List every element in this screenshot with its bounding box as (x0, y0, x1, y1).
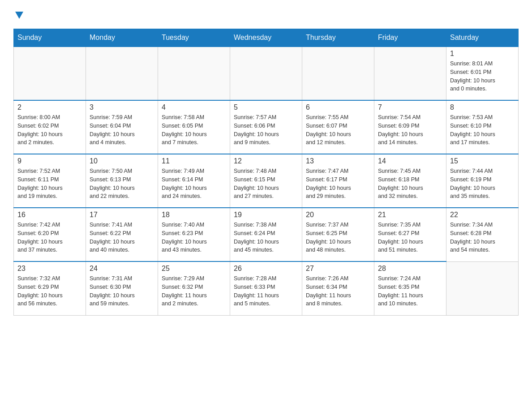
calendar-cell: 20Sunrise: 7:37 AMSunset: 6:25 PMDayligh… (302, 208, 374, 261)
calendar-cell: 12Sunrise: 7:48 AMSunset: 6:15 PMDayligh… (230, 154, 302, 208)
page-header (13, 9, 519, 20)
calendar-cell: 16Sunrise: 7:42 AMSunset: 6:20 PMDayligh… (14, 208, 86, 261)
weekday-header-thursday: Thursday (302, 29, 374, 47)
calendar-week-row: 2Sunrise: 8:00 AMSunset: 6:02 PMDaylight… (14, 100, 519, 154)
calendar-cell: 10Sunrise: 7:50 AMSunset: 6:13 PMDayligh… (86, 154, 158, 208)
weekday-header-friday: Friday (374, 29, 446, 47)
day-info: Sunrise: 7:32 AMSunset: 6:29 PMDaylight:… (17, 274, 82, 308)
day-info: Sunrise: 7:35 AMSunset: 6:27 PMDaylight:… (378, 221, 442, 254)
day-number: 8 (450, 103, 515, 111)
day-number: 10 (90, 157, 154, 165)
day-number: 23 (17, 265, 82, 273)
day-info: Sunrise: 7:50 AMSunset: 6:13 PMDaylight:… (90, 167, 154, 201)
day-info: Sunrise: 7:28 AMSunset: 6:33 PMDaylight:… (234, 274, 298, 308)
day-number: 21 (378, 211, 442, 219)
calendar-cell: 15Sunrise: 7:44 AMSunset: 6:19 PMDayligh… (446, 154, 519, 208)
calendar-cell: 23Sunrise: 7:32 AMSunset: 6:29 PMDayligh… (14, 261, 86, 315)
day-number: 19 (234, 211, 298, 219)
day-info: Sunrise: 7:34 AMSunset: 6:28 PMDaylight:… (450, 221, 515, 254)
day-info: Sunrise: 7:49 AMSunset: 6:14 PMDaylight:… (162, 167, 226, 201)
day-info: Sunrise: 7:54 AMSunset: 6:09 PMDaylight:… (378, 113, 442, 147)
calendar-cell (86, 47, 158, 100)
day-info: Sunrise: 8:01 AMSunset: 6:01 PMDaylight:… (450, 60, 515, 93)
calendar-week-row: 9Sunrise: 7:52 AMSunset: 6:11 PMDaylight… (14, 154, 519, 208)
calendar-cell: 8Sunrise: 7:53 AMSunset: 6:10 PMDaylight… (446, 100, 519, 154)
weekday-header-saturday: Saturday (446, 29, 519, 47)
calendar-cell (446, 261, 519, 315)
calendar-cell (14, 47, 86, 100)
day-info: Sunrise: 7:26 AMSunset: 6:34 PMDaylight:… (306, 274, 370, 308)
calendar-cell: 6Sunrise: 7:55 AMSunset: 6:07 PMDaylight… (302, 100, 374, 154)
day-number: 6 (306, 103, 370, 111)
calendar-cell (374, 47, 446, 100)
day-info: Sunrise: 7:37 AMSunset: 6:25 PMDaylight:… (306, 221, 370, 254)
day-number: 14 (378, 157, 442, 165)
calendar-cell: 5Sunrise: 7:57 AMSunset: 6:06 PMDaylight… (230, 100, 302, 154)
day-number: 3 (90, 103, 154, 111)
day-info: Sunrise: 8:00 AMSunset: 6:02 PMDaylight:… (17, 113, 82, 147)
day-number: 11 (162, 157, 226, 165)
day-info: Sunrise: 7:31 AMSunset: 6:30 PMDaylight:… (90, 274, 154, 308)
calendar-cell: 2Sunrise: 8:00 AMSunset: 6:02 PMDaylight… (14, 100, 86, 154)
calendar-cell: 13Sunrise: 7:47 AMSunset: 6:17 PMDayligh… (302, 154, 374, 208)
day-info: Sunrise: 7:29 AMSunset: 6:32 PMDaylight:… (162, 274, 226, 308)
day-number: 15 (450, 157, 515, 165)
day-info: Sunrise: 7:45 AMSunset: 6:18 PMDaylight:… (378, 167, 442, 201)
day-info: Sunrise: 7:57 AMSunset: 6:06 PMDaylight:… (234, 113, 298, 147)
day-number: 18 (162, 211, 226, 219)
logo (13, 9, 24, 20)
logo-triangle-icon (14, 11, 24, 20)
day-info: Sunrise: 7:48 AMSunset: 6:15 PMDaylight:… (234, 167, 298, 201)
day-number: 9 (17, 157, 82, 165)
day-number: 7 (378, 103, 442, 111)
day-info: Sunrise: 7:24 AMSunset: 6:35 PMDaylight:… (378, 274, 442, 308)
day-number: 20 (306, 211, 370, 219)
day-number: 2 (17, 103, 82, 111)
calendar-cell: 14Sunrise: 7:45 AMSunset: 6:18 PMDayligh… (374, 154, 446, 208)
day-number: 16 (17, 211, 82, 219)
day-number: 4 (162, 103, 226, 111)
day-number: 12 (234, 157, 298, 165)
day-info: Sunrise: 7:44 AMSunset: 6:19 PMDaylight:… (450, 167, 515, 201)
calendar-cell (230, 47, 302, 100)
calendar-cell: 17Sunrise: 7:41 AMSunset: 6:22 PMDayligh… (86, 208, 158, 261)
day-info: Sunrise: 7:38 AMSunset: 6:24 PMDaylight:… (234, 221, 298, 254)
day-number: 26 (234, 265, 298, 273)
weekday-header-sunday: Sunday (14, 29, 86, 47)
day-number: 17 (90, 211, 154, 219)
day-info: Sunrise: 7:59 AMSunset: 6:04 PMDaylight:… (90, 113, 154, 147)
weekday-header-wednesday: Wednesday (230, 29, 302, 47)
weekday-header-tuesday: Tuesday (158, 29, 230, 47)
day-info: Sunrise: 7:42 AMSunset: 6:20 PMDaylight:… (17, 221, 82, 254)
calendar-week-row: 16Sunrise: 7:42 AMSunset: 6:20 PMDayligh… (14, 208, 519, 261)
calendar-week-row: 23Sunrise: 7:32 AMSunset: 6:29 PMDayligh… (14, 261, 519, 315)
calendar-cell: 19Sunrise: 7:38 AMSunset: 6:24 PMDayligh… (230, 208, 302, 261)
day-number: 25 (162, 265, 226, 273)
calendar-cell: 24Sunrise: 7:31 AMSunset: 6:30 PMDayligh… (86, 261, 158, 315)
calendar-cell: 1Sunrise: 8:01 AMSunset: 6:01 PMDaylight… (446, 47, 519, 100)
day-number: 24 (90, 265, 154, 273)
calendar-cell: 26Sunrise: 7:28 AMSunset: 6:33 PMDayligh… (230, 261, 302, 315)
weekday-header-monday: Monday (86, 29, 158, 47)
calendar-cell (158, 47, 230, 100)
calendar-cell: 9Sunrise: 7:52 AMSunset: 6:11 PMDaylight… (14, 154, 86, 208)
calendar-cell: 7Sunrise: 7:54 AMSunset: 6:09 PMDaylight… (374, 100, 446, 154)
weekday-header-row: SundayMondayTuesdayWednesdayThursdayFrid… (14, 29, 519, 47)
day-number: 28 (378, 265, 442, 273)
calendar-cell: 11Sunrise: 7:49 AMSunset: 6:14 PMDayligh… (158, 154, 230, 208)
day-number: 27 (306, 265, 370, 273)
day-info: Sunrise: 7:58 AMSunset: 6:05 PMDaylight:… (162, 113, 226, 147)
calendar-cell: 25Sunrise: 7:29 AMSunset: 6:32 PMDayligh… (158, 261, 230, 315)
calendar-cell: 27Sunrise: 7:26 AMSunset: 6:34 PMDayligh… (302, 261, 374, 315)
day-info: Sunrise: 7:47 AMSunset: 6:17 PMDaylight:… (306, 167, 370, 201)
day-info: Sunrise: 7:40 AMSunset: 6:23 PMDaylight:… (162, 221, 226, 254)
calendar-cell: 21Sunrise: 7:35 AMSunset: 6:27 PMDayligh… (374, 208, 446, 261)
calendar-cell: 28Sunrise: 7:24 AMSunset: 6:35 PMDayligh… (374, 261, 446, 315)
calendar-cell: 22Sunrise: 7:34 AMSunset: 6:28 PMDayligh… (446, 208, 519, 261)
calendar-table: SundayMondayTuesdayWednesdayThursdayFrid… (13, 29, 519, 316)
svg-marker-0 (15, 12, 23, 19)
day-info: Sunrise: 7:55 AMSunset: 6:07 PMDaylight:… (306, 113, 370, 147)
day-info: Sunrise: 7:41 AMSunset: 6:22 PMDaylight:… (90, 221, 154, 254)
day-number: 1 (450, 50, 515, 58)
day-number: 13 (306, 157, 370, 165)
